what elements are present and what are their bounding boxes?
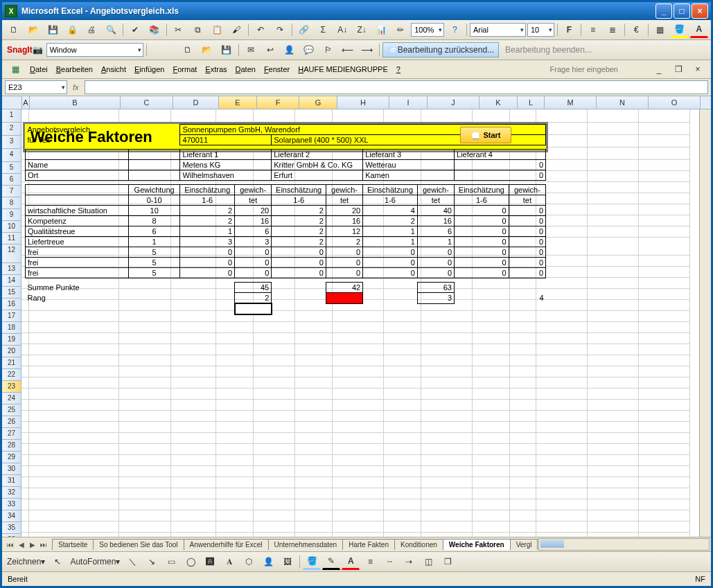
rectangle-icon[interactable]: ▭ [162, 554, 180, 569]
select-objects-icon[interactable]: ↖ [49, 554, 67, 569]
align-center-icon[interactable]: ≣ [604, 22, 622, 37]
row-header-12[interactable]: 12 [2, 244, 21, 263]
hyperlink-icon[interactable]: 🔗 [294, 22, 313, 37]
format-painter-icon[interactable]: 🖌 [227, 22, 245, 37]
new-icon[interactable]: 🗋 [5, 22, 23, 37]
row-header-29[interactable]: 29 [2, 452, 21, 463]
row-header-6[interactable]: 6 [2, 174, 21, 186]
workbook-icon[interactable]: ▦ [6, 62, 24, 77]
vertical-scrollbar[interactable] [699, 109, 711, 537]
row-header-7[interactable]: 7 [2, 186, 21, 197]
draw-menu[interactable]: Zeichnen ▾ [5, 554, 47, 569]
minimize-button[interactable]: _ [655, 3, 672, 19]
review-save-icon[interactable]: 💾 [218, 42, 236, 57]
close-button[interactable]: × [692, 3, 708, 19]
print-preview-icon[interactable]: 🔍 [102, 22, 120, 37]
review-next-icon[interactable]: ⟶ [358, 42, 376, 57]
diagram-icon[interactable]: ⬡ [240, 554, 258, 569]
tab-first-icon[interactable]: ⏮ [5, 539, 16, 550]
col-header-M[interactable]: M [545, 96, 597, 109]
maximize-button[interactable]: □ [674, 3, 690, 19]
col-header-D[interactable]: D [173, 96, 219, 109]
col-header-N[interactable]: N [597, 96, 649, 109]
zoom-dropdown[interactable]: 100% [411, 23, 444, 37]
permission-icon[interactable]: 🔒 [63, 22, 81, 37]
col-header-A[interactable]: A [22, 96, 30, 109]
row-header-15[interactable]: 15 [2, 287, 21, 299]
sheet-tab-konditionen[interactable]: Konditionen [394, 539, 443, 550]
row-header-35[interactable]: 35 [2, 522, 21, 534]
line-style-icon[interactable]: ≡ [361, 554, 379, 569]
line-color-icon[interactable]: ✎ [322, 553, 340, 570]
start-button[interactable]: Start [460, 127, 511, 143]
autosum-icon[interactable]: Σ [314, 22, 332, 37]
col-header-K[interactable]: K [479, 96, 518, 109]
row-header-31[interactable]: 31 [2, 475, 21, 487]
sort-asc-icon[interactable]: A↓ [333, 22, 351, 37]
menu-einfgen[interactable]: Einfügen [130, 64, 168, 75]
doc-restore-button[interactable]: ❐ [669, 62, 687, 77]
row-header-3[interactable]: 3 [2, 136, 21, 149]
fill-color-icon[interactable]: 🪣 [671, 21, 689, 38]
font-color-icon[interactable]: A [690, 21, 708, 38]
tab-next-icon[interactable]: ▶ [27, 539, 38, 550]
row-header-10[interactable]: 10 [2, 221, 21, 233]
font-size-dropdown[interactable]: 10 [527, 23, 554, 37]
row-header-32[interactable]: 32 [2, 487, 21, 499]
row-header-9[interactable]: 9 [2, 209, 21, 221]
row-header-14[interactable]: 14 [2, 275, 21, 287]
sort-desc-icon[interactable]: Z↓ [353, 22, 371, 37]
row-header-5[interactable]: 5 [2, 162, 21, 174]
font-dropdown[interactable]: Arial [470, 23, 526, 37]
borders-icon[interactable]: ▦ [651, 22, 669, 37]
horizontal-scrollbar[interactable] [538, 538, 710, 551]
shadow-icon[interactable]: ◫ [419, 554, 437, 569]
row-header-26[interactable]: 26 [2, 416, 21, 428]
row-header-8[interactable]: 8 [2, 197, 21, 209]
send-for-review-button[interactable]: 📨 Bearbeitung zurücksend... [382, 42, 499, 57]
dash-style-icon[interactable]: ┄ [380, 554, 398, 569]
col-header-F[interactable]: F [257, 96, 299, 109]
row-header-19[interactable]: 19 [2, 334, 21, 346]
review-new-icon[interactable]: 🗋 [179, 42, 197, 57]
menu-fenster[interactable]: Fenster [260, 64, 294, 75]
col-header-I[interactable]: I [389, 96, 428, 109]
menu-daten[interactable]: Daten [231, 64, 260, 75]
row-header-4[interactable]: 4 [2, 149, 21, 162]
clipart-icon[interactable]: 👤 [259, 554, 277, 569]
menu-format[interactable]: Format [168, 64, 201, 75]
row-header-22[interactable]: 22 [2, 369, 21, 381]
col-header-O[interactable]: O [649, 96, 701, 109]
tab-last-icon[interactable]: ⏭ [38, 539, 49, 550]
sheet-tab-vergl[interactable]: Vergl [510, 539, 538, 550]
row-header-34[interactable]: 34 [2, 510, 21, 522]
row-header-28[interactable]: 28 [2, 440, 21, 452]
cells-grid[interactable]: Weiche Faktoren AngebotsvergleichSonnenp… [21, 109, 699, 537]
col-header-C[interactable]: C [121, 96, 173, 109]
col-header-B[interactable]: B [30, 96, 121, 109]
research-icon[interactable]: 📚 [146, 22, 164, 37]
doc-close-button[interactable]: × [689, 62, 707, 77]
col-header-L[interactable]: L [518, 96, 545, 109]
help-icon[interactable]: ? [446, 22, 464, 37]
fx-icon[interactable]: fx [70, 83, 82, 91]
row-header-16[interactable]: 16 [2, 299, 21, 310]
menu-bearbeiten[interactable]: Bearbeiten [52, 64, 97, 75]
drawing-icon[interactable]: ✏ [391, 22, 410, 37]
picture-icon[interactable]: 🖼 [279, 554, 297, 569]
currency-icon[interactable]: € [627, 22, 645, 37]
col-header-G[interactable]: G [299, 96, 337, 109]
redo-icon[interactable]: ↷ [271, 22, 289, 37]
review-comment-icon[interactable]: 💬 [300, 42, 318, 57]
row-header-27[interactable]: 27 [2, 428, 21, 440]
3d-icon[interactable]: ❒ [439, 554, 457, 569]
print-icon[interactable]: 🖨 [82, 22, 100, 37]
oval-icon[interactable]: ◯ [182, 554, 200, 569]
menu-datei[interactable]: Datei [26, 64, 52, 75]
undo-icon[interactable]: ↶ [252, 22, 270, 37]
row-header-33[interactable]: 33 [2, 499, 21, 510]
col-header-J[interactable]: J [428, 96, 479, 109]
chart-icon[interactable]: 📊 [372, 22, 390, 37]
sheet-tab-startseite[interactable]: Startseite [52, 539, 94, 550]
review-flag-icon[interactable]: 🏳 [319, 42, 337, 57]
